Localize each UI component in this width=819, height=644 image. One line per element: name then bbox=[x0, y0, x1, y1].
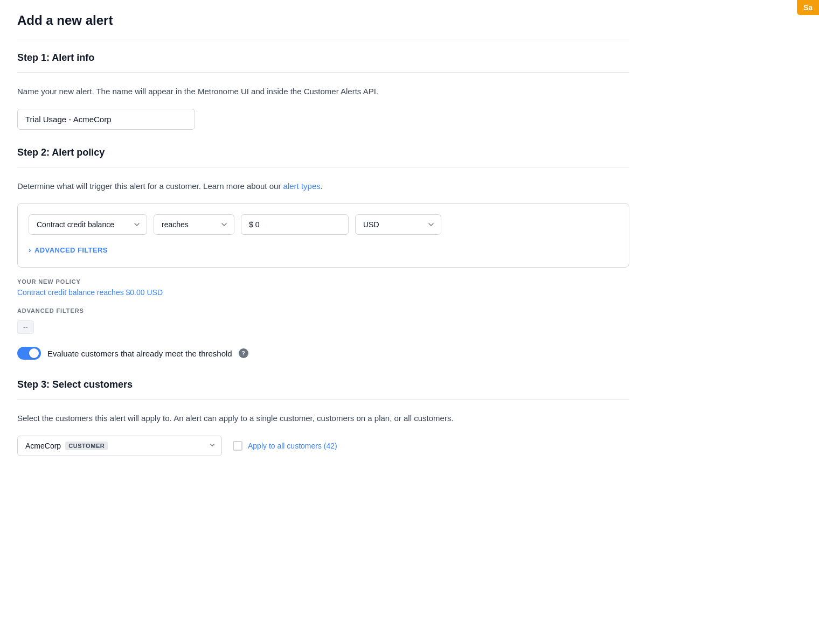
apply-all-row: Apply to all customers (42) bbox=[233, 441, 337, 451]
help-icon[interactable]: ? bbox=[239, 348, 248, 358]
policy-amount-input[interactable] bbox=[241, 214, 349, 235]
toggle-label: Evaluate customers that already meet the… bbox=[47, 349, 232, 358]
policy-row: Contract credit balance Usage Spend reac… bbox=[29, 214, 618, 235]
divider-3 bbox=[17, 167, 629, 167]
divider-2 bbox=[17, 72, 629, 73]
policy-currency-select[interactable]: USD EUR GBP bbox=[355, 214, 441, 235]
apply-all-checkbox[interactable] bbox=[233, 441, 242, 451]
policy-condition-select[interactable]: reaches exceeds drops below bbox=[154, 214, 234, 235]
policy-box: Contract credit balance Usage Spend reac… bbox=[17, 203, 629, 268]
save-badge: Sa bbox=[797, 0, 819, 15]
customer-select[interactable]: AcmeCorp CUSTOMER bbox=[17, 436, 222, 456]
advanced-filter-tag: -- bbox=[17, 320, 34, 334]
policy-summary-label: YOUR NEW POLICY bbox=[17, 278, 629, 285]
advanced-filters-button[interactable]: › ADVANCED FILTERS bbox=[29, 243, 108, 256]
alert-name-input[interactable]: Trial Usage - AcmeCorp bbox=[17, 109, 195, 130]
evaluate-toggle[interactable] bbox=[17, 347, 41, 360]
toggle-row: Evaluate customers that already meet the… bbox=[17, 347, 629, 360]
policy-summary-section: YOUR NEW POLICY Contract credit balance … bbox=[17, 278, 629, 297]
customer-badge: CUSTOMER bbox=[65, 442, 108, 450]
customer-name: AcmeCorp bbox=[25, 442, 61, 450]
advanced-filters-section: ADVANCED FILTERS -- bbox=[17, 307, 629, 334]
apply-all-label: Apply to all customers (42) bbox=[248, 442, 337, 450]
step3-heading: Step 3: Select customers bbox=[17, 379, 629, 390]
advanced-filters-summary-label: ADVANCED FILTERS bbox=[17, 307, 629, 314]
step1-description: Name your new alert. The name will appea… bbox=[17, 86, 629, 98]
step2-heading: Step 2: Alert policy bbox=[17, 147, 629, 158]
customer-select-row: AcmeCorp CUSTOMER Apply to all customers… bbox=[17, 436, 629, 456]
divider-4 bbox=[17, 399, 629, 400]
step2-description-prefix: Determine what will trigger this alert f… bbox=[17, 181, 283, 191]
advanced-filters-label: ADVANCED FILTERS bbox=[34, 246, 108, 254]
alert-types-link[interactable]: alert types bbox=[283, 181, 321, 191]
policy-summary-value: Contract credit balance reaches $0.00 US… bbox=[17, 288, 629, 297]
chevron-right-icon: › bbox=[29, 246, 31, 254]
customer-chevron-icon bbox=[209, 441, 216, 450]
step1-heading: Step 1: Alert info bbox=[17, 52, 629, 64]
step2-description-suffix: . bbox=[321, 181, 323, 191]
toggle-slider bbox=[17, 347, 41, 360]
divider-1 bbox=[17, 39, 629, 39]
page-title: Add a new alert bbox=[17, 13, 629, 28]
step2-description: Determine what will trigger this alert f… bbox=[17, 180, 629, 193]
policy-type-select[interactable]: Contract credit balance Usage Spend bbox=[29, 214, 147, 235]
step3-description: Select the customers this alert will app… bbox=[17, 412, 629, 425]
